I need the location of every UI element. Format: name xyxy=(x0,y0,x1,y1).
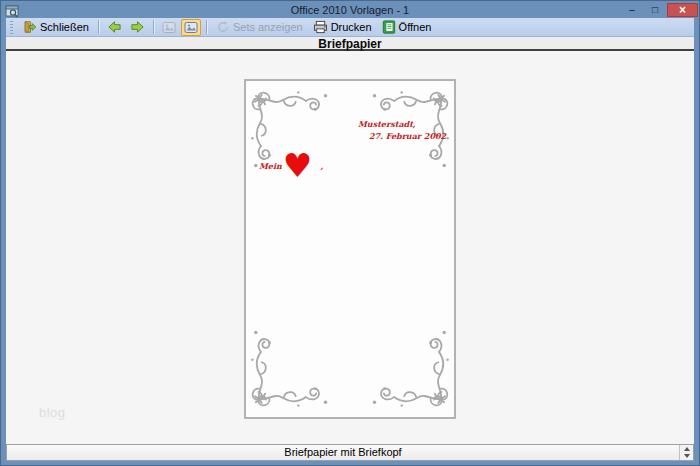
back-button[interactable] xyxy=(104,18,125,36)
back-icon xyxy=(107,20,122,34)
sets-anzeigen-button[interactable]: Sets anzeigen xyxy=(212,18,307,36)
page-title: Briefpapier xyxy=(318,37,381,51)
close-button[interactable]: × xyxy=(667,3,698,17)
spinner-down-button[interactable] xyxy=(680,453,693,461)
oeffnen-button[interactable]: Öffnen xyxy=(378,18,436,36)
greeting-comma: , xyxy=(320,161,323,171)
flourish-ornament-bottom-right xyxy=(366,319,451,414)
flourish-ornament-bottom-left xyxy=(249,319,334,414)
sets-icon xyxy=(216,20,230,34)
heart-icon: ♥ xyxy=(283,153,313,179)
statusbar: Briefpapier mit Briefkopf xyxy=(6,444,694,461)
view-preview-button[interactable] xyxy=(181,19,201,36)
letter-date: 27. Februar 2002 xyxy=(358,131,446,143)
exit-icon xyxy=(22,20,37,34)
down-arrow-icon xyxy=(684,454,690,458)
letter-date-block: Musterstadt, 27. Februar 2002 xyxy=(358,119,446,142)
oeffnen-label: Öffnen xyxy=(399,21,432,33)
forward-button[interactable] xyxy=(127,18,148,36)
view-list-button[interactable] xyxy=(159,19,179,36)
drucken-label: Drucken xyxy=(331,21,372,33)
schliessen-label: Schließen xyxy=(40,21,89,33)
template-name: Briefpapier mit Briefkopf xyxy=(7,445,679,460)
schliessen-button[interactable]: Schließen xyxy=(18,18,93,36)
watermark: blog xyxy=(39,405,66,420)
window-title: Office 2010 Vorlagen - 1 xyxy=(1,4,699,16)
sets-anzeigen-label: Sets anzeigen xyxy=(233,21,303,33)
greeting-word: Mein xyxy=(259,161,282,171)
forward-icon xyxy=(130,20,145,34)
up-arrow-icon xyxy=(684,447,690,451)
toolbar-separator xyxy=(153,20,154,34)
toolbar-grip[interactable] xyxy=(10,21,13,34)
app-window: Office 2010 Vorlagen - 1 − □ × Schließen xyxy=(0,0,700,466)
printer-icon xyxy=(313,20,328,34)
minimize-button[interactable]: − xyxy=(621,3,643,17)
app-icon xyxy=(5,4,20,17)
preview-area: Musterstadt, 27. Februar 2002 Mein ♥ , b… xyxy=(6,51,694,444)
letter-city: Musterstadt, xyxy=(358,119,446,131)
letter-greeting: Mein ♥ , xyxy=(259,153,323,179)
view-list-icon xyxy=(162,21,176,34)
letter-paper-preview[interactable]: Musterstadt, 27. Februar 2002 Mein ♥ , xyxy=(244,79,456,419)
maximize-button[interactable]: □ xyxy=(644,3,666,17)
titlebar[interactable]: Office 2010 Vorlagen - 1 − □ × xyxy=(1,1,699,18)
template-spinner xyxy=(679,445,693,460)
open-doc-icon xyxy=(382,20,396,34)
section-header: Briefpapier xyxy=(6,37,694,51)
window-controls: − □ × xyxy=(621,3,698,17)
toolbar-separator xyxy=(98,20,99,34)
drucken-button[interactable]: Drucken xyxy=(309,18,376,36)
view-preview-icon xyxy=(184,21,198,34)
toolbar-separator xyxy=(206,20,207,34)
spinner-up-button[interactable] xyxy=(680,445,693,453)
toolbar: Schließen xyxy=(6,18,694,37)
